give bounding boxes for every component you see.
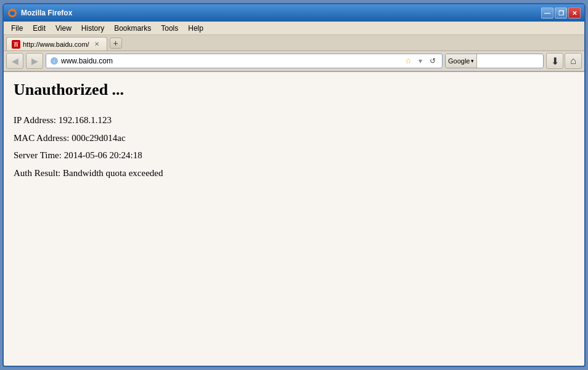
forward-button[interactable]: ▶ [26,53,43,69]
mac-address-line: MAC Address: 000c29d014ac [14,129,574,147]
ip-address-value: 192.168.1.123 [59,115,112,125]
tab-baidu[interactable]: 百 http://www.baidu.com/ ✕ [6,37,107,50]
menu-file[interactable]: File [6,23,28,34]
titlebar: Mozilla Firefox — ❐ ✕ [4,4,584,22]
url-actions: ☆ ▾ ↺ [402,55,438,66]
search-engine-dropdown-icon: ▾ [471,58,474,64]
search-input[interactable] [477,57,544,65]
maximize-button[interactable]: ❐ [555,7,567,18]
ip-address-line: IP Address: 192.168.1.123 [14,111,574,129]
search-engine-selector[interactable]: Google ▾ [446,54,477,68]
search-box: Google ▾ 🔍 [445,54,544,68]
window-controls: — ❐ ✕ [541,7,581,18]
back-button[interactable]: ◀ [6,53,23,69]
url-favicon: i [50,57,59,65]
browser-window: Mozilla Firefox — ❐ ✕ File Edit View His… [2,3,586,367]
mac-address-value: 000c29d014ac [71,133,125,143]
window-title: Mozilla Firefox [21,9,541,17]
server-time-label: Server Time: [14,150,64,160]
menu-view[interactable]: View [51,23,76,34]
navbar: ◀ ▶ i www.baidu.com ☆ ▾ ↺ Google ▾ 🔍 [4,51,584,72]
menu-tools[interactable]: Tools [156,23,183,34]
tab-favicon: 百 [12,40,20,49]
tab-close-button[interactable]: ✕ [94,41,99,47]
refresh-button[interactable]: ↺ [427,55,438,66]
tabbar: 百 http://www.baidu.com/ ✕ + [4,35,584,51]
url-text: www.baidu.com [61,57,113,65]
page-heading: Unauthorized ... [14,81,574,99]
browser-content: Unauthorized ... IP Address: 192.168.1.1… [4,72,584,366]
menu-history[interactable]: History [76,23,109,34]
url-bar[interactable]: i www.baidu.com ☆ ▾ ↺ [46,54,443,68]
menubar: File Edit View History Bookmarks Tools H… [4,22,584,35]
auth-result-label: Auth Result: [14,168,63,178]
bookmark-star-down-icon[interactable]: ▾ [415,55,426,66]
close-button[interactable]: ✕ [568,7,581,18]
firefox-icon [7,8,17,18]
ip-address-label: IP Address: [14,115,59,125]
tab-label: http://www.baidu.com/ [23,41,89,48]
auth-result-value: Bandwidth quota exceeded [63,168,163,178]
menu-bookmarks[interactable]: Bookmarks [109,23,156,34]
search-engine-label: Google [448,57,470,65]
downloads-button[interactable]: ⬇ [546,53,563,69]
home-button[interactable]: ⌂ [565,53,582,69]
auth-result-line: Auth Result: Bandwidth quota exceeded [14,164,574,182]
menu-edit[interactable]: Edit [28,23,51,34]
svg-text:百: 百 [14,42,18,47]
menu-help[interactable]: Help [183,23,208,34]
minimize-button[interactable]: — [541,7,553,18]
server-time-line: Server Time: 2014-05-06 20:24:18 [14,147,574,164]
server-time-value: 2014-05-06 20:24:18 [64,150,142,160]
mac-address-label: MAC Address: [14,133,71,143]
info-block: IP Address: 192.168.1.123 MAC Address: 0… [14,111,574,182]
bookmark-star-icon[interactable]: ☆ [402,55,414,66]
new-tab-button[interactable]: + [110,38,122,49]
extra-nav-buttons: ⬇ ⌂ [546,53,582,69]
